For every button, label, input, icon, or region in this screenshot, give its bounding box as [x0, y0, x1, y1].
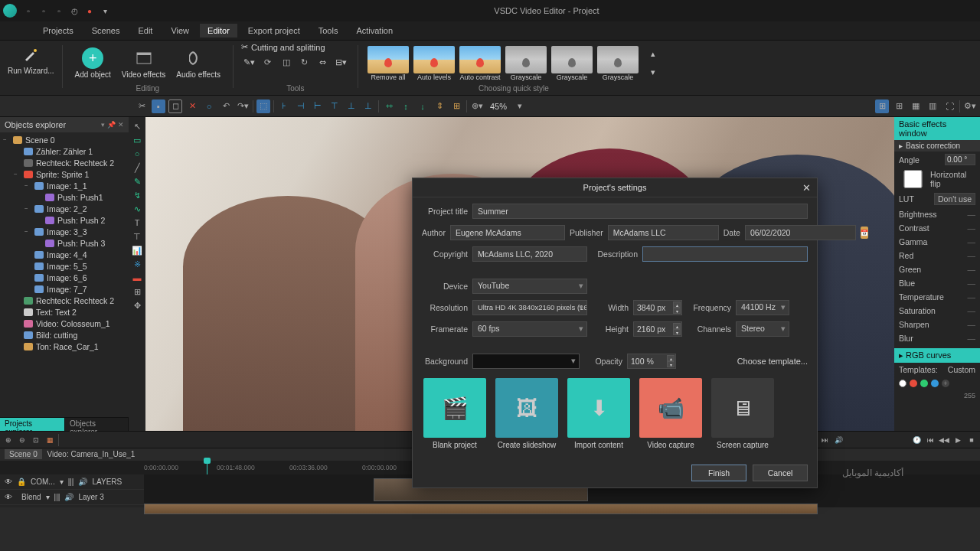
tl-fit[interactable]: ⊡ [31, 435, 41, 445]
gear-icon[interactable]: ⚙▾ [963, 99, 977, 113]
width-input[interactable]: 3840 px▴▾ [633, 300, 682, 315]
tree-row[interactable]: Text: Text 2 [0, 306, 129, 318]
open-icon[interactable]: ▫ [38, 5, 49, 16]
styles-down[interactable]: ▾ [645, 64, 662, 81]
angle-input[interactable] [945, 154, 975, 165]
grid-3-icon[interactable]: ▦ [909, 99, 923, 113]
slider-saturation[interactable]: — [968, 306, 976, 315]
tree-row[interactable]: −Image: 1_1 [0, 180, 129, 191]
template-create-slideshow[interactable]: 🖼Create slideshow [495, 378, 558, 449]
menu-export[interactable]: Export project [240, 24, 308, 37]
objects-tree[interactable]: −Scene 0Zähler: Zähler 1Rechteck: Rechte… [0, 132, 129, 417]
template-screen-capture[interactable]: 🖥Screen capture [711, 378, 774, 449]
save-icon[interactable]: ▫ [54, 5, 64, 16]
menu-projects[interactable]: Projects [35, 24, 81, 37]
height-input[interactable]: 2160 px▴▾ [633, 321, 682, 337]
tree-row[interactable]: −Scene 0 [0, 134, 129, 145]
vis-icon[interactable]: 👁 [5, 478, 12, 486]
grid-4-icon[interactable]: ▥ [926, 99, 939, 113]
tool-link[interactable]: ⟳ [260, 54, 276, 70]
new-icon[interactable]: ▫ [23, 5, 34, 16]
align-top-icon[interactable]: ⊤ [328, 99, 341, 113]
rgb-dot-add[interactable]: + [942, 380, 949, 387]
tree-row[interactable]: Video: Colosseum_1 [0, 318, 129, 329]
style-grayscale-2[interactable]: Grayscale [550, 46, 594, 81]
template-blank-project[interactable]: 🎬Blank project [423, 378, 486, 449]
ellipse-tool[interactable]: ○ [131, 148, 143, 160]
rgb-dot-white[interactable] [899, 380, 906, 387]
author-input[interactable] [450, 225, 565, 240]
lock-icon[interactable]: 🔒 [17, 478, 26, 486]
channels-select[interactable]: Stereo [736, 321, 789, 337]
slider-sharpen[interactable]: — [968, 320, 976, 329]
menu-scenes[interactable]: Scenes [84, 24, 128, 37]
tree-row[interactable]: Image: 5_5 [0, 260, 129, 272]
tool-crop[interactable]: ◫ [278, 54, 295, 70]
arrow-down-icon[interactable]: ↓ [416, 99, 430, 113]
choose-template-link[interactable]: Choose template... [737, 357, 808, 366]
copyright-input[interactable] [472, 246, 587, 262]
publisher-input[interactable] [608, 225, 719, 240]
style-grayscale-3[interactable]: Grayscale [596, 46, 640, 81]
tl-minus[interactable]: ⊖ [17, 435, 28, 445]
template-import-content[interactable]: ⬇Import content [567, 378, 630, 449]
curves-template-select[interactable]: Custom [948, 365, 975, 374]
tl-plus[interactable]: ⊕ [3, 435, 14, 445]
align-bottom-icon[interactable]: ⊥ [361, 99, 375, 113]
tree-row[interactable]: Image: 7_7 [0, 283, 129, 295]
tree-row[interactable]: Push: Push 3 [0, 237, 129, 249]
align-left-icon[interactable]: ⊦ [277, 99, 291, 113]
video-effects-button[interactable]: Video effects [117, 46, 170, 80]
tab-objects-explorer[interactable]: Objects explorer [65, 418, 129, 431]
menu-tools[interactable]: Tools [311, 24, 346, 37]
track-1-header[interactable]: 👁🔒 COM...▾ |||🔊 LAYERS [0, 474, 144, 490]
slider-red[interactable]: — [968, 251, 976, 260]
grid-2-icon[interactable]: ⊞ [892, 99, 906, 113]
audio-effects-button[interactable]: Audio effects [172, 46, 225, 80]
redo-icon[interactable]: ↷▾ [236, 99, 250, 113]
rect-tool[interactable]: ▭ [131, 134, 143, 146]
tool-rotate[interactable]: ↻ [296, 54, 313, 70]
tl-stop[interactable]: ■ [966, 435, 977, 445]
counter-tool[interactable]: ※ [131, 258, 143, 270]
slider-blur[interactable]: — [968, 334, 976, 343]
cancel-button[interactable]: Cancel [753, 465, 808, 481]
zoom-target-icon[interactable]: ⊕▾ [470, 99, 484, 113]
pin-icon[interactable]: 📌 [107, 121, 116, 129]
tree-row[interactable]: −Sprite: Sprite 1 [0, 168, 129, 180]
slider-brightness[interactable]: — [968, 210, 976, 219]
zoom-value[interactable]: 45% [487, 102, 510, 111]
delete-icon[interactable]: ✕ [185, 99, 199, 113]
tl-vol[interactable]: 🔊 [833, 435, 844, 445]
timeline-clip-2[interactable] [144, 504, 818, 514]
slider-contrast[interactable]: — [968, 223, 976, 233]
align-center-h-icon[interactable]: ⊣ [294, 99, 308, 113]
chart-tool[interactable]: 📊 [131, 244, 143, 256]
grid-1-icon[interactable]: ⊞ [875, 99, 889, 113]
tl-clock[interactable]: 🕐 [911, 435, 922, 445]
tree-row[interactable]: −Image: 3_3 [0, 226, 129, 237]
tree-row[interactable]: Image: 4_4 [0, 249, 129, 260]
date-input[interactable] [745, 225, 856, 240]
rgb-curves-section[interactable]: ▸ RGB curves [894, 348, 980, 363]
playhead[interactable] [207, 461, 207, 474]
undo-icon[interactable]: ◴ [69, 5, 80, 16]
tree-row[interactable]: Bild: cutting [0, 329, 129, 341]
align-right-icon[interactable]: ⊢ [311, 99, 325, 113]
tree-row[interactable]: −Image: 2_2 [0, 203, 129, 214]
menu-view[interactable]: View [163, 24, 197, 37]
tree-row[interactable]: Push: Push 2 [0, 214, 129, 226]
frequency-select[interactable]: 44100 Hz [736, 300, 789, 315]
description-input[interactable] [642, 246, 808, 262]
tree-row[interactable]: Image: 6_6 [0, 272, 129, 283]
tree-row[interactable]: Rechteck: Rechteck 2 [0, 157, 129, 168]
tl-next[interactable]: ⏭ [819, 435, 830, 445]
tl-back[interactable]: ◀◀ [939, 435, 949, 445]
run-wizard-button[interactable]: Run Wizard... [3, 42, 59, 77]
group-icon[interactable]: ⊞ [449, 99, 463, 113]
add-object-button[interactable]: +Add object [70, 46, 116, 80]
tab-projects-explorer[interactable]: Projects explorer [0, 418, 65, 431]
style-remove-all[interactable]: Remove all [366, 46, 410, 81]
zoom-dd-icon[interactable]: ▾ [513, 99, 527, 113]
move-tool[interactable]: ✥ [131, 299, 143, 311]
